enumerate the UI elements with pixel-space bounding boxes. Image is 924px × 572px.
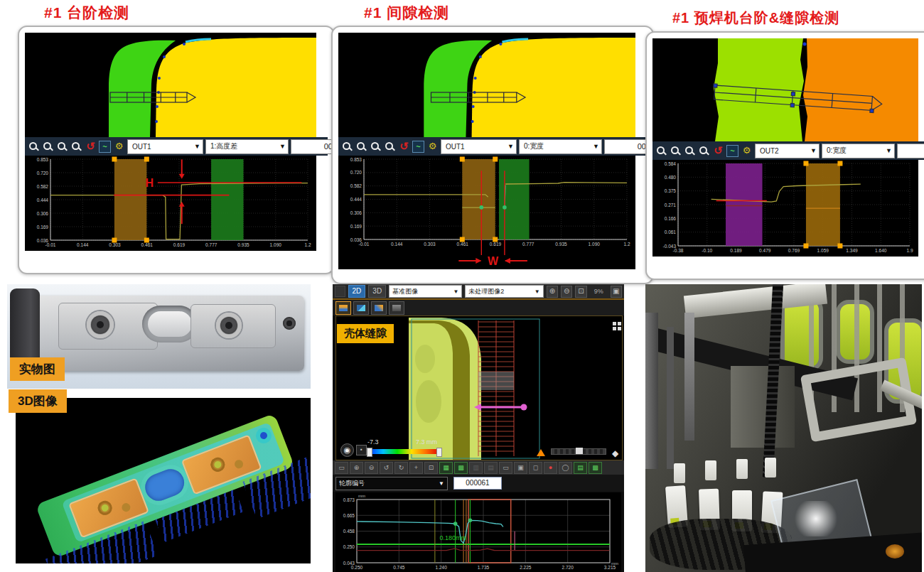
display-mode-icon[interactable]: ◉ — [340, 443, 354, 457]
zoom-in-icon[interactable] — [370, 141, 382, 153]
gap-panel: ↺~⚙ OUT1 ▼ 0:宽度 ▼ 000 0.8530.7200.5820.4… — [331, 26, 654, 284]
undo-icon[interactable]: ↺ — [85, 141, 97, 153]
svg-text:0.745: 0.745 — [393, 565, 405, 570]
profile-graph-icon[interactable]: ~ — [412, 141, 424, 153]
zoom-out-icon[interactable]: ⊖ — [365, 462, 378, 474]
profile-number-input[interactable]: 000061 — [453, 477, 502, 490]
zoom-full-icon[interactable] — [341, 141, 353, 153]
svg-text:0.480: 0.480 — [665, 175, 677, 180]
zoom-in-icon[interactable] — [684, 145, 696, 157]
zoom-in-icon[interactable] — [56, 141, 68, 153]
horizontal-scrollbar[interactable] — [551, 448, 606, 455]
scale-settings-icon[interactable]: ▪ — [356, 445, 367, 455]
svg-text:0.853: 0.853 — [37, 157, 49, 162]
measure-select[interactable]: 0:宽度 ▼ — [822, 144, 895, 158]
zoom-region-icon[interactable] — [42, 141, 54, 153]
capture-icon[interactable]: ▣ — [611, 286, 622, 298]
out-select[interactable]: OUT1 ▼ — [127, 139, 203, 154]
rotate-right-icon[interactable]: ↻ — [394, 462, 408, 474]
colormap-view-icon[interactable] — [335, 301, 351, 315]
svg-text:0.303: 0.303 — [109, 242, 121, 247]
roi-rect-icon[interactable]: ▭ — [499, 462, 512, 474]
rotate-left-icon[interactable]: ↺ — [380, 462, 393, 474]
svg-text:2.225: 2.225 — [520, 565, 532, 570]
svg-text:0.665: 0.665 — [343, 513, 355, 518]
chevron-down-icon: ▼ — [593, 143, 599, 150]
overlay-view-icon[interactable]: ▩ — [454, 462, 468, 474]
measure-select-value: 1:高度差 — [210, 141, 237, 151]
settings-icon[interactable]: ⚙ — [741, 145, 753, 157]
step-toolbar: ↺~⚙ OUT1 ▼ 1:高度差 ▼ 000 — [25, 137, 328, 156]
zoom-full-icon[interactable] — [28, 141, 40, 153]
diamond-marker-icon: ◆ — [612, 448, 618, 458]
zoom-region-icon[interactable] — [355, 141, 367, 153]
zoom-out-icon[interactable] — [70, 141, 82, 153]
measure-select[interactable]: 0:宽度 ▼ — [519, 139, 602, 154]
base-image-select[interactable]: 基准图像 ▼ — [389, 285, 462, 298]
zoom-out-icon[interactable]: ⊖ — [561, 286, 572, 298]
out-select[interactable]: OUT2 ▼ — [755, 144, 820, 158]
colorbar-max-handle[interactable] — [436, 448, 442, 457]
zoom-full-icon[interactable] — [655, 145, 667, 157]
report-icon[interactable]: ▩ — [589, 462, 602, 474]
profile-view-icon[interactable] — [353, 301, 369, 315]
export-icon[interactable]: ▤ — [574, 462, 587, 474]
profile-graph-icon[interactable]: ~ — [726, 145, 738, 157]
svg-text:0.458: 0.458 — [343, 529, 355, 534]
svg-text:0.375: 0.375 — [665, 188, 677, 193]
record-icon[interactable]: ● — [544, 462, 557, 474]
gap-toolbar-icons: ↺~⚙ — [341, 141, 439, 153]
fit-view-icon[interactable]: ⊡ — [424, 462, 438, 474]
chevron-down-icon: ▼ — [534, 288, 540, 295]
threed-image — [16, 398, 311, 563]
tool-view-icon[interactable] — [389, 301, 404, 315]
roi-multi-icon[interactable]: ▣ — [514, 462, 527, 474]
hide-layer-b-icon[interactable]: ▤ — [484, 462, 498, 474]
svg-text:1.735: 1.735 — [478, 565, 490, 570]
tab-2d[interactable]: 2D — [348, 285, 366, 298]
measure-select[interactable]: 1:高度差 ▼ — [205, 139, 289, 154]
colorbar-min-handle[interactable] — [367, 448, 372, 457]
tab-3d[interactable]: 3D — [368, 285, 386, 298]
zoom-out-icon[interactable] — [698, 145, 710, 157]
svg-text:0.461: 0.461 — [457, 242, 469, 247]
profile-graph-icon[interactable]: ~ — [99, 141, 111, 153]
grid-view-icon[interactable]: ▦ — [439, 462, 453, 474]
processed-image-value: 未处理图像2 — [468, 287, 504, 296]
expand-icon[interactable] — [613, 322, 616, 325]
settings-icon[interactable]: ⚙ — [426, 141, 439, 153]
shell-gap-label: 壳体缝隙 — [337, 324, 394, 343]
zoom-out-icon[interactable] — [384, 141, 396, 153]
undo-icon[interactable]: ↺ — [398, 141, 410, 153]
processed-image-select[interactable]: 未处理图像2 ▼ — [465, 285, 543, 298]
svg-text:0.169: 0.169 — [350, 224, 362, 229]
svg-text:0.144: 0.144 — [77, 242, 89, 247]
svg-text:0.169: 0.169 — [37, 225, 49, 230]
reflection-glare — [791, 501, 841, 536]
select-region-icon[interactable]: ▭ — [335, 462, 348, 474]
svg-text:0.180mm: 0.180mm — [439, 534, 466, 541]
analyzer-bottom-toolbar: ▭⊕⊖↺↻+⊡▦▩▥▤▭▣◻●◯▤▩ — [333, 460, 624, 475]
svg-text:0.619: 0.619 — [490, 242, 502, 247]
value-box[interactable]: 000 — [897, 144, 924, 158]
analyzer-view-toolbar — [333, 300, 624, 315]
settings-icon[interactable]: ⚙ — [113, 141, 125, 153]
zoom-in-icon[interactable]: ⊕ — [350, 462, 363, 474]
zoom-region-icon[interactable] — [670, 145, 682, 157]
hide-layer-a-icon[interactable]: ▥ — [469, 462, 483, 474]
profile-number-select[interactable]: 轮廓编号 ▼ — [335, 477, 448, 490]
height-view-icon[interactable] — [371, 301, 387, 315]
scrollbar-handle[interactable] — [576, 448, 583, 454]
out-select[interactable]: OUT1 ▼ — [441, 139, 517, 154]
layout-icon[interactable] — [335, 286, 345, 297]
chevron-down-icon: ▼ — [507, 143, 514, 150]
fit-screen-icon[interactable]: ⊡ — [575, 286, 586, 298]
zoom-in-icon[interactable]: ⊕ — [547, 286, 558, 298]
delete-roi-icon[interactable]: ◯ — [559, 462, 572, 474]
height-colorbar[interactable] — [369, 449, 440, 454]
tool-head — [731, 366, 795, 448]
undo-icon[interactable]: ↺ — [712, 145, 724, 157]
svg-text:0.166: 0.166 — [665, 216, 677, 221]
roi-free-icon[interactable]: ◻ — [529, 462, 542, 474]
pan-icon[interactable]: + — [409, 462, 423, 474]
